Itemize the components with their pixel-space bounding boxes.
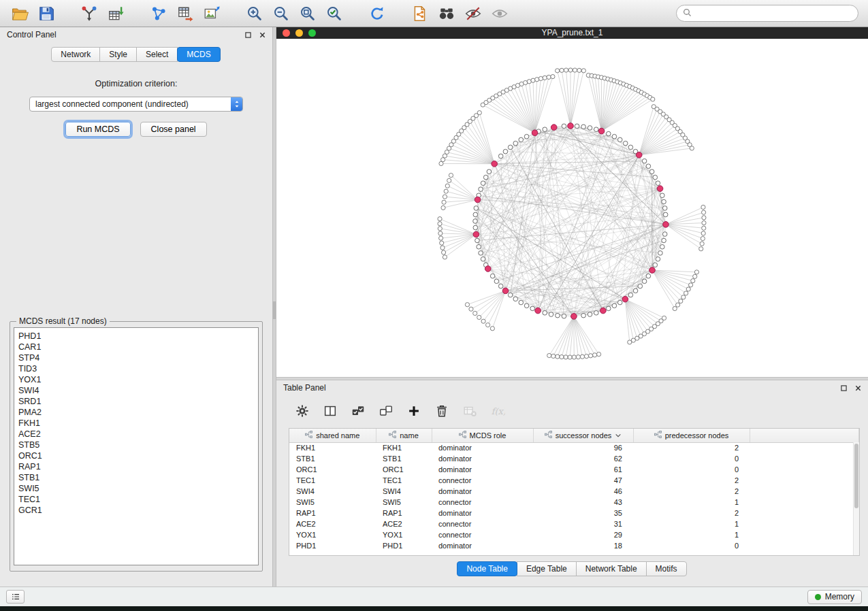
mcds-result-item[interactable]: TEC1 (18, 494, 254, 505)
mcds-result-item[interactable]: SWI5 (18, 483, 254, 494)
share-network-icon[interactable] (410, 3, 430, 24)
select-all-icon[interactable] (350, 403, 366, 419)
cell-name: STB1 (376, 453, 432, 464)
import-network-icon[interactable] (79, 3, 99, 24)
mcds-result-item[interactable]: STB1 (18, 472, 254, 483)
mcds-result-item[interactable]: STP4 (18, 352, 254, 363)
table-panel-titlebar: Table Panel (276, 380, 868, 395)
table-row[interactable]: RAP1RAP1dominator352 (289, 508, 859, 518)
mcds-result-item[interactable]: STB5 (18, 440, 254, 450)
cell-name: SWI4 (376, 486, 432, 497)
table-scrollbar-thumb[interactable] (854, 444, 858, 508)
table-options-icon[interactable] (294, 403, 310, 419)
traffic-lights (283, 29, 316, 37)
table-row[interactable]: PHD1PHD1dominator180 (289, 540, 859, 551)
cell-mcds-role: dominator (432, 486, 533, 497)
table-row[interactable]: TEC1TEC1connector472 (289, 475, 859, 486)
mcds-result-item[interactable]: SWI4 (18, 385, 254, 396)
show-columns-icon[interactable] (322, 403, 338, 419)
delete-icon[interactable] (434, 403, 450, 419)
table-panel: Table Panel f(x) shared namenameMCDS rol… (276, 380, 868, 587)
graphics-details-icon[interactable] (463, 3, 483, 24)
close-traffic-light-icon[interactable] (283, 29, 290, 37)
find-icon[interactable] (436, 3, 457, 24)
show-hide-icon[interactable] (489, 3, 510, 24)
zoom-selected-icon[interactable] (324, 3, 344, 24)
mcds-result-item[interactable]: CAR1 (18, 342, 254, 352)
add-icon[interactable] (406, 403, 422, 419)
column-header-successor-nodes[interactable]: successor nodes (533, 429, 633, 442)
table-row[interactable]: ORC1ORC1dominator610 (289, 464, 859, 475)
deselect-all-icon[interactable] (378, 403, 394, 419)
column-header-predecessor-nodes[interactable]: predecessor nodes (633, 429, 750, 442)
float-panel-icon[interactable] (245, 32, 251, 38)
export-network-icon[interactable] (148, 3, 169, 24)
table-scrollbar[interactable] (853, 442, 859, 555)
mcds-result-item[interactable]: PHD1 (18, 331, 254, 342)
panel-splitter[interactable] (272, 27, 276, 587)
table-tab-edge-table[interactable]: Edge Table (517, 561, 577, 576)
table-row[interactable]: STB1STB1dominator620 (289, 453, 859, 464)
column-header-shared-name[interactable]: shared name (289, 429, 376, 442)
table-row[interactable]: ACE2ACE2connector311 (289, 518, 859, 529)
export-image-icon[interactable] (202, 3, 222, 24)
zoom-in-icon[interactable] (244, 3, 265, 24)
cell-successor-nodes: 96 (533, 442, 633, 453)
cell-predecessor-nodes: 1 (633, 529, 750, 540)
tab-network[interactable]: Network (51, 47, 100, 62)
cell-name: ORC1 (376, 464, 432, 475)
zoom-fit-icon[interactable] (298, 3, 318, 24)
cell-name: FKH1 (376, 442, 432, 453)
float-table-panel-icon[interactable] (841, 385, 847, 391)
close-panel-icon[interactable] (259, 32, 266, 38)
import-table-icon[interactable] (106, 3, 126, 24)
table-row[interactable]: SWI4SWI4dominator462 (289, 486, 859, 497)
close-panel-button[interactable]: Close panel (140, 122, 207, 137)
cell-shared-name: PHD1 (289, 540, 376, 551)
mcds-result-item[interactable]: ACE2 (18, 429, 254, 440)
chevron-down-icon[interactable] (615, 431, 622, 440)
cell-name: TEC1 (376, 475, 432, 486)
mcds-result-list[interactable]: PHD1CAR1STP4TID3YOX1SWI4SRD1PMA2FKH1ACE2… (14, 327, 259, 565)
memory-button[interactable]: Memory (807, 590, 862, 604)
network-graph[interactable] (276, 39, 868, 377)
apply-layout-icon[interactable] (367, 3, 387, 24)
tab-style[interactable]: Style (99, 47, 137, 62)
mcds-result-item[interactable]: RAP1 (18, 461, 254, 472)
mcds-result-item[interactable]: FKH1 (18, 418, 254, 429)
table-row[interactable]: YOX1YOX1connector291 (289, 529, 859, 540)
close-table-panel-icon[interactable] (855, 385, 861, 391)
mcds-result-item[interactable]: SRD1 (18, 396, 254, 407)
save-session-icon[interactable] (36, 3, 57, 24)
search-input[interactable] (696, 9, 852, 18)
cell-name: RAP1 (376, 508, 432, 518)
mcds-result-item[interactable]: YOX1 (18, 374, 254, 385)
zoom-traffic-light-icon[interactable] (308, 29, 316, 37)
cell-mcds-role: connector (432, 529, 533, 540)
tab-select[interactable]: Select (136, 47, 178, 62)
mcds-result-item[interactable]: TID3 (18, 363, 254, 374)
run-mcds-button[interactable]: Run MCDS (65, 122, 130, 137)
table-tab-motifs[interactable]: Motifs (646, 561, 687, 576)
column-header-mcds-role[interactable]: MCDS role (432, 429, 533, 442)
mcds-result-item[interactable]: ORC1 (18, 450, 254, 461)
search-box[interactable] (676, 5, 858, 22)
table-row[interactable]: SWI5SWI5connector431 (289, 497, 859, 508)
mcds-result-title: MCDS result (17 nodes) (16, 316, 110, 326)
table-tab-node-table[interactable]: Node Table (457, 561, 517, 576)
toolbar-icon-group (10, 3, 516, 24)
tab-mcds[interactable]: MCDS (177, 47, 220, 62)
zoom-out-icon[interactable] (271, 3, 291, 24)
control-panel-titlebar: Control Panel (0, 27, 272, 42)
mcds-result-item[interactable]: GCR1 (18, 505, 254, 516)
export-table-icon[interactable] (175, 3, 195, 24)
minimize-traffic-light-icon[interactable] (295, 29, 303, 37)
mcds-result-item[interactable]: PMA2 (18, 407, 254, 418)
table-tab-network-table[interactable]: Network Table (576, 561, 647, 576)
column-header-name[interactable]: name (376, 429, 432, 442)
table-row[interactable]: FKH1FKH1dominator962 (289, 442, 859, 453)
criterion-dropdown[interactable]: largest connected component (undirected) (29, 97, 243, 112)
panel-menu-button[interactable] (6, 590, 25, 604)
network-canvas[interactable] (276, 39, 868, 380)
open-file-icon[interactable] (10, 3, 30, 24)
